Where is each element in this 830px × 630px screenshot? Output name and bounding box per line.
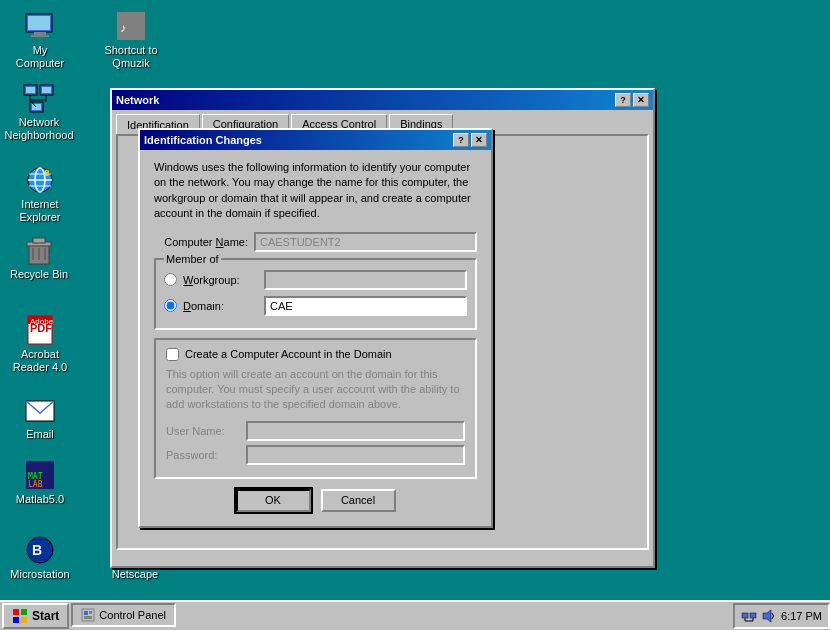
identification-title: Identification Changes	[144, 134, 453, 146]
network-title: Network	[116, 94, 615, 106]
computer-name-input[interactable]	[254, 232, 477, 252]
desktop-icon-network[interactable]: Network Neighborhood	[4, 78, 74, 146]
taskbar-tray: 6:17 PM	[733, 603, 830, 629]
matlab-label: Matlab5.0	[16, 493, 64, 506]
network-title-buttons: ? ✕	[615, 93, 649, 107]
taskbar-cp-label: Control Panel	[99, 609, 166, 621]
desktop-icon-acrobat[interactable]: PDF Adobe Acrobat Reader 4.0	[5, 310, 75, 378]
id-help-btn[interactable]: ?	[453, 133, 469, 147]
netscape-label: Netscape	[112, 568, 158, 581]
create-account-checkbox-row: Create a Computer Account in the Domain	[166, 348, 465, 361]
my-computer-icon	[24, 10, 56, 42]
svg-rect-9	[32, 104, 41, 110]
taskbar-items: Control Panel	[71, 603, 733, 629]
recycle-icon	[23, 234, 55, 266]
svg-rect-5	[26, 87, 35, 93]
network-close-btn[interactable]: ✕	[633, 93, 649, 107]
taskbar-cp-icon	[81, 608, 95, 622]
username-field-label: User Name:	[166, 425, 246, 437]
domain-radio[interactable]	[164, 299, 177, 312]
recycle-label: Recycle Bin	[10, 268, 68, 281]
ie-icon: e	[24, 164, 56, 196]
domain-input[interactable]	[264, 296, 467, 316]
member-of-label: Member of	[164, 253, 221, 265]
identification-title-bar[interactable]: Identification Changes ? ✕	[140, 130, 491, 150]
network-title-bar[interactable]: Network ? ✕	[112, 90, 653, 110]
ie-label: Internet Explorer	[9, 198, 71, 224]
windows-logo-icon	[12, 608, 28, 624]
domain-label: Domain:	[183, 300, 258, 312]
network-label: Network Neighborhood	[4, 116, 73, 142]
taskbar-item-control-panel[interactable]: Control Panel	[71, 603, 176, 627]
desktop-icon-recycle[interactable]: Recycle Bin	[4, 230, 74, 285]
email-label: Email	[26, 428, 54, 441]
svg-text:♪: ♪	[120, 21, 126, 35]
member-of-group: Member of Workgroup: Domain:	[154, 258, 477, 330]
domain-row: Domain:	[164, 296, 467, 316]
identification-description: Windows uses the following information t…	[154, 160, 477, 222]
create-account-checkbox-label: Create a Computer Account in the Domain	[185, 348, 392, 360]
identification-dialog: Identification Changes ? ✕ Windows uses …	[138, 128, 493, 528]
id-title-buttons: ? ✕	[453, 133, 487, 147]
svg-text:B: B	[32, 542, 42, 558]
identification-content: Windows uses the following information t…	[140, 150, 491, 522]
start-button[interactable]: Start	[2, 603, 69, 629]
start-label: Start	[32, 609, 59, 623]
desktop-icon-my-computer[interactable]: My Computer	[5, 6, 75, 74]
qmuzik-icon: ♪	[115, 10, 147, 42]
svg-text:LAB: LAB	[28, 480, 43, 489]
tray-speaker-icon	[761, 608, 777, 624]
svg-rect-3	[31, 35, 49, 37]
my-computer-label: My Computer	[9, 44, 71, 70]
network-help-btn[interactable]: ?	[615, 93, 631, 107]
acrobat-icon: PDF Adobe	[24, 314, 56, 346]
svg-rect-87	[13, 617, 19, 623]
password-input[interactable]	[246, 445, 465, 465]
svg-rect-2	[34, 32, 46, 35]
svg-rect-86	[21, 609, 27, 615]
desktop-icon-qmuzik[interactable]: ♪ Shortcut to Qmuzik	[96, 6, 166, 74]
microstation-icon: B	[24, 534, 56, 566]
network-icon	[23, 82, 55, 114]
username-field-row: User Name:	[166, 421, 465, 441]
desktop-icon-ie[interactable]: e Internet Explorer	[5, 160, 75, 228]
qmuzik-label: Shortcut to Qmuzik	[100, 44, 162, 70]
taskbar-time: 6:17 PM	[781, 610, 822, 622]
cancel-button[interactable]: Cancel	[321, 489, 396, 512]
svg-rect-7	[42, 87, 51, 93]
desktop-icon-email[interactable]: Email	[5, 390, 75, 445]
computer-name-row: Computer Name:	[154, 232, 477, 252]
username-input[interactable]	[246, 421, 465, 441]
svg-text:Adobe: Adobe	[30, 317, 54, 326]
dialog-buttons: OK Cancel	[154, 489, 477, 512]
svg-rect-88	[21, 617, 27, 623]
id-close-btn[interactable]: ✕	[471, 133, 487, 147]
email-icon	[24, 394, 56, 426]
svg-rect-91	[89, 611, 92, 614]
workgroup-input[interactable]	[264, 270, 467, 290]
workgroup-row: Workgroup:	[164, 270, 467, 290]
svg-text:e: e	[44, 167, 50, 178]
password-field-label: Password:	[166, 449, 246, 461]
computer-name-label: Computer Name:	[154, 236, 254, 248]
desktop-icon-matlab[interactable]: MAT LAB Matlab5.0	[5, 455, 75, 510]
password-field-row: Password:	[166, 445, 465, 465]
create-account-box: Create a Computer Account in the Domain …	[154, 338, 477, 479]
svg-rect-85	[13, 609, 19, 615]
svg-rect-22	[33, 238, 45, 243]
svg-rect-90	[84, 611, 88, 615]
svg-rect-1	[28, 16, 50, 30]
desktop-icon-microstation[interactable]: B Microstation	[5, 530, 75, 585]
microstation-label: Microstation	[10, 568, 69, 581]
matlab-icon: MAT LAB	[24, 459, 56, 491]
create-account-description: This option will create an account on th…	[166, 367, 465, 413]
acrobat-label: Acrobat Reader 4.0	[9, 348, 71, 374]
svg-marker-98	[763, 610, 771, 622]
svg-rect-93	[742, 613, 748, 618]
workgroup-label: Workgroup:	[183, 274, 258, 286]
workgroup-radio[interactable]	[164, 273, 177, 286]
create-account-checkbox[interactable]	[166, 348, 179, 361]
tray-network-icon	[741, 608, 757, 624]
ok-button[interactable]: OK	[236, 489, 311, 512]
svg-rect-94	[750, 613, 756, 618]
